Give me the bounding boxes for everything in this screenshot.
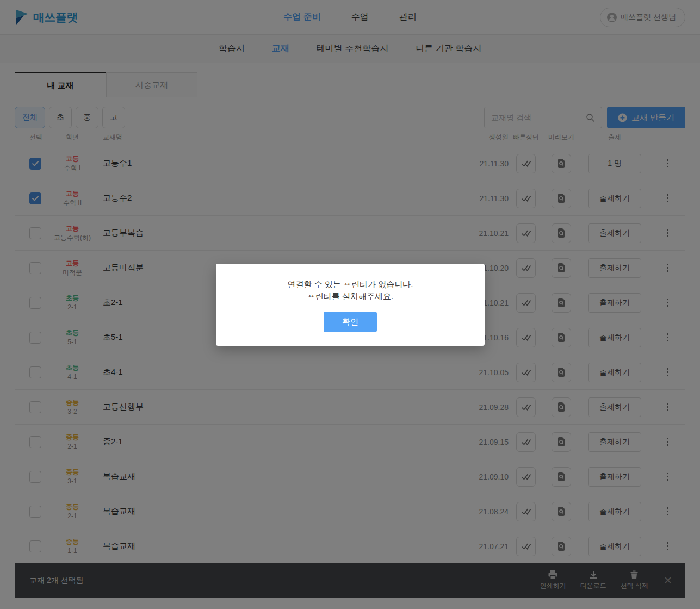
- modal-message-line1: 연결할 수 있는 프린터가 없습니다.: [288, 278, 413, 290]
- modal-message-line2: 프린터를 설치해주세요.: [288, 290, 413, 302]
- printer-alert-modal: 연결할 수 있는 프린터가 없습니다. 프린터를 설치해주세요. 확인: [216, 264, 485, 346]
- modal-confirm-button[interactable]: 확인: [324, 312, 377, 332]
- page: 매쓰플랫 수업 준비 수업 관리 매쓰플랫 선생님 학습지 교재 테마별 추천학…: [0, 0, 700, 609]
